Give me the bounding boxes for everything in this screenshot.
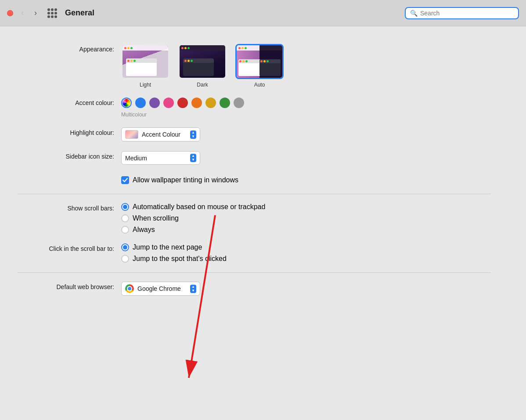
sidebar-size-stepper[interactable]: ▲ ▼ — [190, 154, 196, 162]
thumb-dot-green4 — [191, 60, 193, 62]
thumb-dot-green3 — [187, 47, 190, 49]
scroll-auto-radio[interactable] — [121, 203, 129, 211]
accent-blue[interactable] — [135, 98, 146, 108]
grid-icon — [47, 8, 57, 18]
chrome-icon — [125, 284, 134, 293]
thumb-window-content-dark — [183, 63, 214, 76]
thumb-dot-red — [124, 47, 126, 49]
accent-multicolour[interactable] — [121, 98, 132, 108]
click-spot-clicked-row: Jump to the spot that's clicked — [121, 255, 227, 263]
scroll-scrolling-label: When scrolling — [133, 214, 179, 222]
toolbar: ‹ › General 🔍 — [0, 0, 526, 26]
thumb-dot-green2 — [133, 60, 136, 62]
thumb-dot-yellow5 — [241, 47, 244, 49]
sidebar-icon-size-select[interactable]: Medium ▲ ▼ — [121, 151, 200, 165]
appearance-option-auto[interactable]: Auto — [235, 44, 284, 88]
sidebar-icon-size-row: Sidebar icon size: Medium ▲ ▼ — [18, 151, 491, 165]
click-spot-clicked-radio[interactable] — [121, 255, 129, 263]
appearance-label: Appearance: — [18, 44, 114, 53]
forward-button[interactable]: › — [32, 7, 40, 19]
thumb-dot-red2 — [127, 60, 130, 62]
accent-colours-list — [121, 98, 244, 108]
sidebar-icon-size-content: Medium ▲ ▼ — [121, 151, 200, 165]
td-r6 — [239, 60, 241, 62]
auto-window-light — [238, 59, 260, 76]
appearance-label-light: Light — [140, 82, 151, 88]
accent-orange[interactable] — [191, 98, 202, 108]
default-web-browser-row: Default web browser: Google Chrome ▲ ▼ — [18, 282, 491, 296]
search-input[interactable] — [420, 10, 514, 17]
highlight-stepper[interactable]: ▲ ▼ — [190, 130, 196, 139]
auto-menubar — [237, 45, 282, 51]
accent-colour-label: Accent colour: — [18, 98, 114, 106]
appearance-label-dark: Dark — [197, 82, 208, 88]
accent-pink[interactable] — [163, 98, 174, 108]
auto-window-bar-light — [238, 59, 260, 63]
click-scroll-bar-row: Click in the scroll bar to: Jump to the … — [18, 243, 491, 263]
thumb-light-bg — [122, 45, 168, 78]
highlight-colour-content: Accent Colour ▲ ▼ — [121, 127, 200, 141]
accent-colour-content: Multicolour — [121, 98, 244, 118]
accent-red[interactable] — [177, 98, 188, 108]
default-web-browser-value: Google Chrome — [137, 285, 181, 292]
thumb-dot-yellow — [127, 47, 130, 49]
highlight-colour-label: Highlight colour: — [18, 127, 114, 136]
page-title: General — [65, 8, 400, 18]
click-scroll-bar-options: Jump to the next page Jump to the spot t… — [121, 243, 227, 263]
grid-button[interactable] — [45, 7, 60, 20]
thumb-dot-yellow4 — [187, 60, 190, 62]
divider2 — [18, 272, 491, 273]
scroll-scrolling-radio[interactable] — [121, 214, 129, 222]
stepper-down3: ▼ — [191, 289, 195, 293]
browser-stepper[interactable]: ▲ ▼ — [190, 285, 196, 293]
td-y7 — [263, 60, 266, 62]
click-next-page-label: Jump to the next page — [133, 243, 202, 251]
td-y6 — [242, 60, 245, 62]
click-next-page-radio[interactable] — [121, 243, 129, 251]
appearance-thumb-dark — [178, 44, 227, 79]
scroll-bars-options: Automatically based on mouse or trackpad… — [121, 203, 265, 234]
thumb-menubar-dark — [180, 45, 225, 51]
thumb-dot-yellow3 — [184, 47, 187, 49]
auto-window-bar-dark — [259, 59, 281, 63]
td-r7 — [260, 60, 263, 62]
accent-yellow[interactable] — [205, 98, 216, 108]
auto-window-dark — [259, 59, 281, 76]
thumb-window-dark — [183, 58, 214, 76]
click-spot-clicked-label: Jump to the spot that's clicked — [133, 255, 227, 263]
thumb-window-content — [126, 63, 157, 76]
thumb-window-bar — [126, 58, 157, 63]
traffic-light — [7, 10, 13, 16]
default-web-browser-content: Google Chrome ▲ ▼ — [121, 282, 200, 296]
accent-graphite[interactable] — [234, 98, 244, 108]
show-scroll-bars-row: Show scroll bars: Automatically based on… — [18, 203, 491, 234]
default-web-browser-select[interactable]: Google Chrome ▲ ▼ — [121, 282, 200, 296]
accent-purple[interactable] — [149, 98, 160, 108]
search-box[interactable]: 🔍 — [405, 7, 519, 19]
back-button[interactable]: ‹ — [18, 7, 26, 19]
accent-green[interactable] — [220, 98, 230, 108]
main-content: Appearance: — [0, 26, 526, 420]
scroll-always-label: Always — [133, 226, 155, 234]
stepper-down: ▼ — [191, 135, 195, 138]
thumb-window-bar-dark — [183, 58, 214, 63]
thumb-dot-green — [130, 47, 133, 49]
highlight-colour-select[interactable]: Accent Colour ▲ ▼ — [121, 127, 200, 141]
appearance-option-light[interactable]: Light — [121, 44, 169, 88]
appearance-options: Light — [121, 44, 284, 88]
click-scroll-bar-label: Click in the scroll bar to: — [18, 243, 114, 252]
appearance-option-dark[interactable]: Dark — [178, 44, 227, 88]
highlight-colour-value: Accent Colour — [142, 131, 180, 138]
td-g7 — [267, 60, 269, 62]
scroll-always-radio[interactable] — [121, 226, 129, 234]
scroll-scrolling-row: When scrolling — [121, 214, 265, 222]
thumb-dot-green5 — [245, 47, 247, 49]
appearance-row: Appearance: — [18, 44, 491, 88]
accent-sublabel: Multicolour — [121, 112, 244, 118]
thumb-dot-red5 — [238, 47, 241, 49]
wallpaper-tinting-checkbox[interactable] — [121, 176, 129, 184]
wallpaper-label-spacer — [18, 174, 114, 176]
stepper-down2: ▼ — [191, 158, 195, 162]
appearance-content: Light — [121, 44, 284, 88]
appearance-thumb-light — [121, 44, 169, 79]
